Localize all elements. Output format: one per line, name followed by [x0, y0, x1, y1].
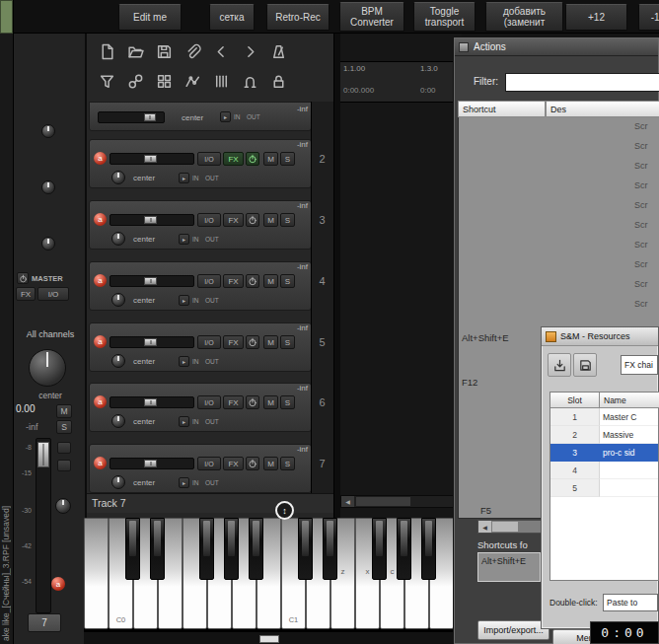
track-number[interactable]: 7 — [311, 458, 333, 469]
track-in-label[interactable]: IN — [192, 175, 199, 181]
master-routing-button[interactable] — [57, 442, 71, 454]
fader-handle[interactable] — [144, 155, 157, 163]
resource-name-cell[interactable] — [600, 462, 658, 479]
master-volume-fader[interactable] — [36, 438, 51, 613]
envelope-mode-button[interactable] — [181, 69, 205, 94]
column-header-shortcut[interactable]: Shortcut — [458, 101, 546, 117]
track-in-label[interactable]: IN — [192, 418, 199, 425]
toolbar-button-add-replace[interactable]: добавить (заменит — [485, 2, 563, 32]
track-env-arrow-button[interactable]: ▸ — [179, 234, 189, 245]
master-env-button[interactable] — [57, 460, 71, 471]
track-number[interactable]: 4 — [311, 275, 333, 287]
resource-name-cell[interactable]: Massive — [600, 426, 658, 444]
track-pan-knob[interactable] — [111, 354, 125, 368]
track-fx-bypass-button[interactable] — [246, 395, 259, 409]
resources-import-button[interactable] — [548, 353, 571, 377]
track-badge[interactable]: a — [94, 213, 107, 226]
project-tab-active[interactable] — [0, 0, 13, 34]
track-env-arrow-button[interactable]: ▸ — [179, 477, 189, 488]
track-number-box[interactable]: 7 — [28, 613, 61, 632]
horizontal-scrollbar[interactable]: ◀ — [340, 495, 457, 508]
track-badge[interactable]: a — [94, 335, 107, 348]
track-volume-fader[interactable] — [110, 396, 194, 408]
track-io-button[interactable]: I/O — [197, 395, 221, 409]
track-pan-knob[interactable] — [111, 414, 125, 428]
track-solo-button[interactable]: S — [280, 395, 295, 409]
track-in-label[interactable]: IN — [192, 358, 199, 365]
keyboard-footer-checkbox[interactable] — [259, 635, 279, 643]
toolbar-button-grid[interactable]: сетка — [209, 4, 255, 31]
metronome-button[interactable] — [266, 39, 291, 64]
track-env-arrow-button[interactable]: ▸ — [179, 416, 189, 427]
piano-black-key[interactable] — [199, 518, 214, 580]
scrollbar-left-arrow[interactable]: ◀ — [478, 521, 491, 533]
fader-handle[interactable] — [144, 398, 157, 406]
track-mute-button[interactable]: M — [263, 457, 278, 470]
action-description-cell[interactable]: Scr — [634, 259, 648, 269]
track-in-label[interactable]: IN — [192, 297, 199, 304]
fader-handle[interactable] — [144, 113, 156, 121]
track-number[interactable]: 3 — [311, 214, 333, 226]
piano-black-key[interactable] — [298, 518, 313, 580]
master-fader-handle[interactable] — [37, 442, 49, 467]
track-in-label[interactable]: IN — [192, 479, 199, 486]
piano-black-key[interactable] — [323, 518, 337, 580]
track-volume-fader[interactable] — [110, 275, 194, 287]
track-badge[interactable]: a — [94, 152, 107, 165]
master-pan-knob[interactable] — [29, 349, 66, 387]
track-mute-button[interactable]: M — [263, 274, 278, 288]
track-mute-button[interactable]: M — [263, 335, 278, 349]
master-width-knob[interactable] — [55, 498, 71, 514]
action-description-cell[interactable]: Scr — [634, 299, 648, 309]
resource-type-combo[interactable]: FX chai — [621, 355, 658, 375]
piano-white-key[interactable] — [84, 518, 109, 629]
track-out-label[interactable]: OUT — [205, 358, 219, 365]
scrollbar-handle[interactable] — [356, 497, 410, 506]
track-badge[interactable]: a — [94, 395, 107, 408]
grid-toggle-button[interactable] — [152, 69, 177, 94]
track-number[interactable]: 6 — [311, 396, 333, 408]
track-out-label[interactable]: OUT — [205, 418, 219, 425]
import-export-button[interactable]: Import/export... — [477, 620, 549, 640]
track-badge[interactable]: a — [94, 274, 107, 287]
track-env-arrow-button[interactable]: ▸ — [179, 173, 189, 183]
track-number[interactable]: 5 — [311, 336, 333, 348]
track-fx-button[interactable]: FX — [223, 457, 244, 470]
track-fx-button[interactable]: FX — [223, 335, 244, 349]
piano-black-key[interactable] — [372, 518, 387, 580]
track-fx-button[interactable]: FX — [223, 395, 244, 409]
action-description-cell[interactable]: Scr — [634, 240, 648, 250]
assigned-shortcuts-listbox[interactable]: Alt+Shift+E — [477, 552, 541, 582]
track-io-button[interactable]: I/O — [197, 457, 221, 470]
track-fx-bypass-button[interactable] — [246, 274, 259, 288]
track-env-arrow-button[interactable]: ▸ — [179, 295, 189, 306]
track-badge[interactable]: a — [94, 457, 107, 469]
track-env-arrow-button[interactable]: ▸ — [179, 356, 189, 367]
track-in-label[interactable]: IN — [234, 113, 241, 120]
scrollbar-handle[interactable] — [492, 522, 518, 532]
undo-button[interactable] — [209, 39, 234, 64]
actions-horizontal-scrollbar[interactable]: ◀ — [477, 520, 542, 534]
master-fx-button[interactable]: FX — [16, 287, 36, 301]
timeline-ruler[interactable]: 1.1.00 1.3.0 0:00.000 0:00 — [340, 61, 463, 103]
master-power-button[interactable] — [17, 272, 29, 284]
fader-handle[interactable] — [144, 216, 157, 224]
toolbar-button-bpm-converter[interactable]: BPM Converter — [339, 2, 404, 32]
hidden-track-pan-knob[interactable] — [41, 180, 55, 194]
track-mute-button[interactable]: M — [263, 152, 278, 166]
track-pan-fader[interactable] — [98, 111, 165, 123]
track-out-label[interactable]: OUT — [205, 297, 219, 304]
resource-name-cell[interactable]: Master C — [600, 408, 658, 426]
lock-toggle-button[interactable] — [266, 69, 291, 94]
resource-name-cell-selected[interactable]: pro-c sid — [600, 444, 658, 462]
track-mute-button[interactable]: M — [263, 213, 278, 227]
track-pan-knob[interactable] — [111, 293, 125, 307]
track-env-arrow-button[interactable]: ▸ — [220, 111, 231, 122]
track-out-label[interactable]: OUT — [205, 175, 219, 181]
toolbar-button-edit-me[interactable]: Edit me — [118, 4, 182, 31]
toolbar-button-retro-rec[interactable]: Retro-Rec — [266, 4, 330, 31]
action-description-cell[interactable]: Scr — [634, 200, 648, 210]
action-shortcut-cell[interactable]: F12 — [462, 377, 477, 388]
hidden-track-pan-knob[interactable] — [41, 124, 55, 138]
track-mute-button[interactable]: M — [263, 395, 278, 409]
